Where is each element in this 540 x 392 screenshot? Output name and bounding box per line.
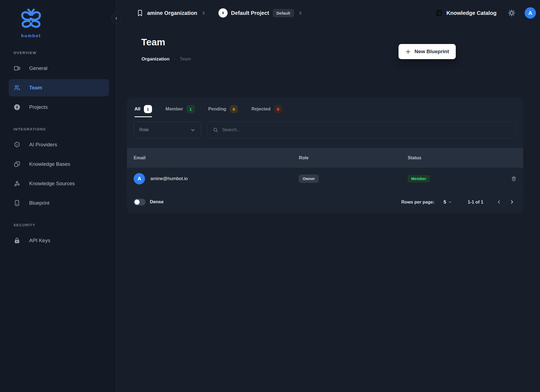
chevron-left-icon [114, 16, 119, 21]
role-badge: Owner [299, 175, 319, 183]
dense-toggle-wrap: Dense [134, 199, 164, 205]
main-area: amine Organization Default Project Defau… [116, 0, 540, 392]
team-table-card: All 1 Member 1 Pending 0 Rejected 0 [127, 98, 523, 213]
knowledge-catalog-link[interactable]: Knowledge Catalog [436, 9, 497, 16]
sidebar-item-knowledge-bases[interactable]: Knowledge Bases [9, 156, 109, 173]
lock-icon [14, 237, 21, 244]
new-blueprint-button[interactable]: New Blueprint [399, 44, 456, 59]
team-icon [14, 84, 21, 91]
new-blueprint-label: New Blueprint [414, 49, 449, 55]
dense-label: Dense [150, 199, 164, 205]
organization-switcher[interactable]: amine Organization [136, 9, 206, 17]
role-filter-label: Role [139, 127, 149, 133]
tab-count-badge: 0 [274, 105, 282, 113]
rows-per-page-select[interactable]: 5 [444, 200, 452, 205]
project-default-badge: Default [273, 9, 294, 17]
ai-providers-icon [14, 141, 21, 148]
next-page-button[interactable] [509, 199, 515, 205]
breadcrumb-separator: · [174, 56, 176, 62]
cell-role: Owner [299, 175, 408, 183]
gear-icon [508, 9, 515, 17]
search-input[interactable] [222, 127, 511, 133]
brand-logo[interactable]: humbot [16, 8, 46, 38]
knowledge-bases-icon [14, 161, 21, 168]
tab-pending[interactable]: Pending 0 [208, 105, 238, 117]
sidebar: humbot OVERVIEW General Team P [0, 0, 116, 392]
sidebar-item-projects[interactable]: Projects [9, 99, 109, 116]
status-badge: Member [408, 175, 430, 183]
rows-per-page-value: 5 [444, 200, 446, 205]
pagination-range: 1-1 of 1 [468, 200, 483, 205]
chevron-left-icon [496, 199, 502, 205]
settings-button[interactable] [508, 9, 515, 17]
table-row: A amine@humbot.io Owner Member [127, 168, 523, 190]
sidebar-item-team[interactable]: Team [9, 79, 109, 96]
app-root: humbot OVERVIEW General Team P [0, 0, 540, 392]
row-email: amine@humbot.io [150, 176, 188, 181]
sidebar-item-label: Blueprint [29, 200, 49, 206]
delete-member-button[interactable] [511, 176, 517, 182]
avatar-initial: A [528, 10, 532, 16]
tab-member[interactable]: Member 1 [166, 105, 195, 117]
table-footer: Dense Rows per page: 5 1-1 of 1 [127, 190, 523, 213]
tab-label: Member [166, 106, 183, 112]
sidebar-collapse-button[interactable] [111, 13, 122, 23]
sidebar-item-general[interactable]: General [9, 60, 109, 77]
breadcrumb-organization[interactable]: Organization [141, 56, 170, 62]
toggle-knob [134, 200, 140, 205]
project-name: Default Project [231, 10, 269, 16]
previous-page-button[interactable] [496, 199, 502, 205]
tabs: All 1 Member 1 Pending 0 Rejected 0 [127, 98, 523, 117]
chevron-down-icon [448, 200, 452, 204]
sidebar-item-knowledge-sources[interactable]: Knowledge Sources [9, 175, 109, 192]
sidebar-item-ai-providers[interactable]: AI Providers [9, 136, 109, 153]
row-avatar-initial: A [137, 176, 141, 182]
column-header-status: Status [408, 155, 504, 160]
unfold-more-icon [201, 11, 206, 15]
dashboard-icon [14, 65, 21, 72]
sidebar-item-blueprint[interactable]: Blueprint [9, 194, 109, 212]
tab-count-badge: 0 [230, 105, 238, 113]
project-bolt-icon [218, 8, 228, 18]
sidebar-item-label: Team [29, 85, 42, 91]
sidebar-item-label: Knowledge Sources [29, 181, 75, 187]
dense-toggle[interactable] [134, 199, 146, 205]
blueprint-icon [14, 200, 21, 207]
unfold-more-icon [298, 11, 303, 15]
user-avatar[interactable]: A [525, 7, 536, 19]
search-box [207, 121, 517, 138]
search-icon [213, 127, 218, 133]
breadcrumb-current: Team [180, 56, 191, 62]
tab-label: All [134, 106, 140, 112]
sidebar-item-api-keys[interactable]: API Keys [9, 232, 109, 249]
sidebar-item-label: AI Providers [29, 142, 57, 148]
brand-name: humbot [21, 33, 41, 38]
cell-status: Member [408, 175, 504, 183]
column-header-email: Email [127, 155, 299, 160]
sidebar-item-label: Projects [29, 104, 48, 110]
tab-label: Rejected [251, 106, 271, 112]
bolt-circle-icon [14, 104, 21, 111]
project-switcher[interactable]: Default Project Default [218, 8, 303, 18]
plus-icon [405, 49, 411, 55]
row-avatar: A [134, 173, 145, 184]
tab-rejected[interactable]: Rejected 0 [251, 105, 282, 117]
tab-all[interactable]: All 1 [134, 105, 152, 117]
chevron-right-icon [509, 199, 515, 205]
cell-actions [504, 176, 523, 182]
tab-count-badge: 1 [144, 105, 152, 113]
role-filter-select[interactable]: Role [134, 121, 201, 138]
filters-row: Role [134, 121, 517, 138]
tab-label: Pending [208, 106, 226, 112]
cell-email: A amine@humbot.io [127, 173, 299, 184]
page-title: Team [141, 37, 165, 48]
topbar: amine Organization Default Project Defau… [116, 0, 540, 26]
knowledge-catalog-label: Knowledge Catalog [446, 10, 497, 16]
chevron-down-icon [190, 127, 195, 133]
butterfly-logo-icon [19, 8, 43, 33]
tab-count-badge: 1 [187, 105, 195, 113]
bookmark-icon [136, 9, 144, 17]
sidebar-item-label: Knowledge Bases [29, 161, 70, 167]
table-header: Email Role Status [127, 148, 523, 168]
organization-name: amine Organization [147, 10, 197, 16]
